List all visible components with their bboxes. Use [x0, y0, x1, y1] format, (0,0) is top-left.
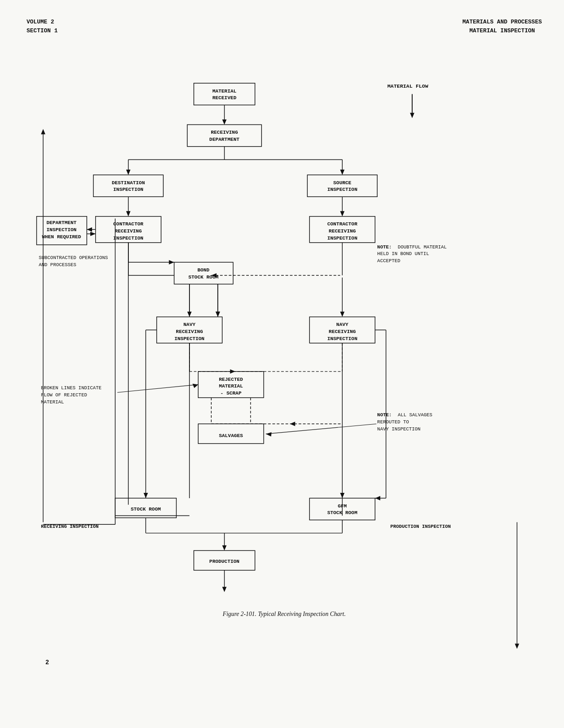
header-title-line2: MATERIAL INSPECTION	[463, 27, 542, 35]
svg-text:DOUBTFUL MATERIAL: DOUBTFUL MATERIAL	[398, 244, 447, 250]
flowchart-svg: MATERIAL FLOW MATERIAL RECEIVED RECEIVIN…	[27, 44, 542, 690]
svg-marker-118	[375, 496, 380, 500]
contractor-receiving-left-box: CONTRACTOR	[113, 221, 143, 227]
svg-text:WHEN REQUIRED: WHEN REQUIRED	[42, 234, 81, 240]
production-box: PRODUCTION	[209, 559, 240, 564]
material-received-box: MATERIAL	[212, 89, 237, 94]
svg-rect-40	[174, 262, 233, 284]
gfm-stock-room-box: GFM	[338, 503, 347, 509]
source-inspection-box: SOURCE	[333, 180, 352, 186]
header-left: VOLUME 2 SECTION 1	[27, 18, 58, 35]
svg-text:INSPECTION: INSPECTION	[327, 187, 357, 192]
svg-line-69	[117, 384, 198, 392]
svg-text:INSPECTION: INSPECTION	[174, 336, 205, 341]
svg-marker-5	[222, 120, 227, 125]
svg-text:INSPECTION: INSPECTION	[327, 236, 357, 241]
svg-text:INSPECTION: INSPECTION	[113, 236, 143, 241]
broken-lines-label: BROKEN LINES INDICATE	[41, 385, 102, 391]
bond-stock-room-box: BOND	[197, 267, 209, 273]
svg-text:RECEIVING: RECEIVING	[115, 228, 142, 234]
svg-text:ALL SALVAGES: ALL SALVAGES	[398, 412, 432, 418]
svg-text:RECEIVING: RECEIVING	[329, 228, 356, 234]
stock-room-box: STOCK ROOM	[131, 507, 161, 512]
svg-text:MATERIAL: MATERIAL	[41, 399, 64, 405]
svg-marker-1	[410, 113, 414, 118]
svg-marker-107	[169, 260, 174, 264]
material-flow-label: MATERIAL FLOW	[387, 83, 429, 89]
svg-marker-70	[193, 383, 198, 388]
note-doubtful-label: NOTE:	[377, 244, 392, 250]
production-inspection-label: PRODUCTION INSPECTION	[390, 524, 451, 529]
salvages-box: SALVAGES	[219, 433, 243, 438]
svg-marker-52	[340, 312, 344, 317]
header: VOLUME 2 SECTION 1 MATERIALS AND PROCESS…	[27, 18, 542, 35]
volume-label: VOLUME 2	[27, 18, 58, 27]
svg-marker-86	[340, 493, 344, 498]
svg-line-79	[266, 424, 377, 434]
receiving-dept-box: RECEIVING	[211, 130, 238, 135]
figure-caption: Figure 2-101. Typical Receiving Inspecti…	[222, 611, 346, 617]
header-title-line1: MATERIALS AND PROCESSES	[463, 18, 542, 27]
svg-marker-74	[290, 422, 295, 426]
svg-rect-6	[187, 125, 262, 147]
svg-marker-13	[340, 170, 344, 175]
rejected-material-box: REJECTED	[219, 377, 243, 382]
svg-text:FLOW OF REJECTED: FLOW OF REJECTED	[41, 392, 87, 398]
svg-text:- SCRAP: - SCRAP	[220, 391, 242, 396]
svg-text:RECEIVED: RECEIVED	[212, 95, 237, 101]
navy-receiving-right-box: NAVY	[336, 322, 348, 327]
section-label: SECTION 1	[27, 27, 58, 35]
svg-text:INSPECTION: INSPECTION	[113, 187, 143, 192]
svg-marker-114	[143, 493, 148, 498]
svg-marker-21	[340, 211, 344, 217]
svg-rect-16	[307, 175, 377, 197]
svg-text:ACCEPTED: ACCEPTED	[377, 258, 400, 263]
subcontracted-label: SUBCONTRACTED OPERATIONS	[39, 255, 108, 260]
contractor-receiving-right-box: CONTRACTOR	[327, 221, 357, 227]
svg-text:NAVY INSPECTION: NAVY INSPECTION	[377, 426, 421, 432]
svg-rect-2	[194, 83, 255, 105]
svg-text:STOCK ROOM: STOCK ROOM	[189, 275, 219, 280]
svg-marker-95	[515, 643, 519, 649]
destination-inspection-box: DESTINATION	[112, 180, 145, 186]
svg-marker-93	[41, 129, 46, 134]
page: VOLUME 2 SECTION 1 MATERIALS AND PROCESS…	[0, 0, 564, 728]
svg-marker-101	[222, 545, 227, 550]
svg-text:INSPECTION: INSPECTION	[46, 227, 77, 232]
page-number: 2	[45, 659, 49, 666]
svg-marker-32	[87, 227, 92, 232]
svg-text:STOCK ROOM: STOCK ROOM	[327, 510, 357, 515]
dept-inspection-box: DEPARTMENT	[46, 220, 77, 225]
svg-text:RECEIVING: RECEIVING	[329, 329, 356, 334]
header-right: MATERIALS AND PROCESSES MATERIAL INSPECT…	[463, 18, 542, 35]
svg-text:HELD IN BOND UNTIL: HELD IN BOND UNTIL	[377, 251, 429, 256]
svg-rect-14	[93, 175, 163, 197]
svg-marker-110	[216, 312, 220, 317]
svg-text:RECEIVING: RECEIVING	[176, 329, 203, 334]
svg-text:INSPECTION: INSPECTION	[327, 336, 357, 341]
svg-marker-80	[266, 432, 272, 437]
svg-marker-11	[126, 170, 131, 175]
svg-text:MATERIAL: MATERIAL	[219, 383, 243, 389]
note-salvages-label: NOTE:	[377, 412, 392, 418]
svg-text:AND PROCESSES: AND PROCESSES	[39, 262, 77, 267]
svg-text:REROUTED TO: REROUTED TO	[377, 419, 409, 425]
svg-marker-104	[222, 587, 227, 592]
diagram-area: MATERIAL FLOW MATERIAL RECEIVED RECEIVIN…	[27, 44, 542, 690]
svg-text:DEPARTMENT: DEPARTMENT	[209, 137, 240, 142]
svg-marker-34	[90, 232, 96, 236]
navy-receiving-left-box: NAVY	[183, 322, 195, 327]
svg-marker-19	[126, 211, 131, 217]
